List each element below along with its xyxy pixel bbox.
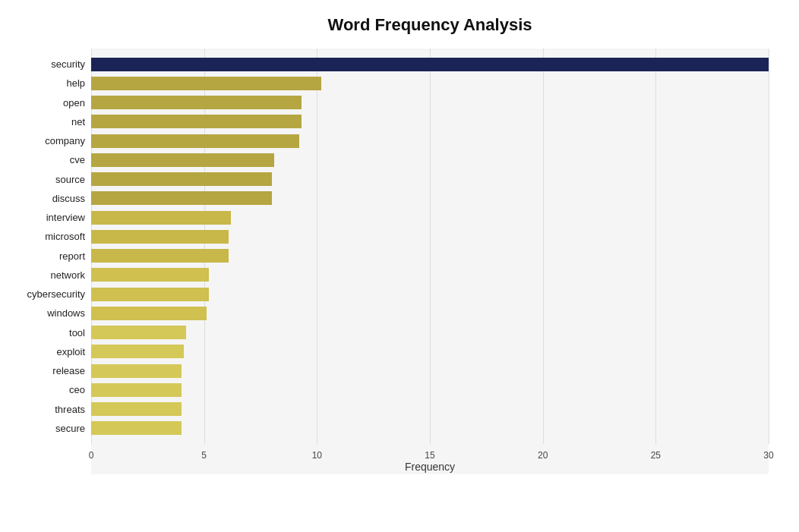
x-axis: 051015202530Frequency xyxy=(91,444,769,474)
bar-row: windows xyxy=(91,306,769,321)
x-tick-label: 5 xyxy=(201,450,207,461)
bar xyxy=(91,307,207,320)
bar xyxy=(91,96,302,109)
grid-line xyxy=(769,49,769,444)
bar xyxy=(91,58,769,71)
bar-label: cybersecurity xyxy=(2,288,85,300)
x-tick-label: 10 xyxy=(312,450,322,461)
bar xyxy=(91,364,182,378)
bar xyxy=(91,153,274,167)
bar xyxy=(91,326,186,339)
bar-row: help xyxy=(91,76,769,91)
bar-label: discuss xyxy=(2,193,85,204)
bar xyxy=(91,230,229,244)
chart-area: securityhelpopennetcompanycvesourcediscu… xyxy=(91,49,769,474)
x-tick-label: 25 xyxy=(651,450,661,461)
bars-wrapper: securityhelpopennetcompanycvesourcediscu… xyxy=(91,49,769,444)
bar-label: cve xyxy=(2,154,85,165)
bar xyxy=(91,115,302,128)
bar-row: security xyxy=(91,57,769,72)
bar-row: microsoft xyxy=(91,229,769,244)
bar-label: ceo xyxy=(2,384,85,395)
bar-label: security xyxy=(2,58,85,70)
bar-row: interview xyxy=(91,210,769,225)
bar xyxy=(91,172,272,186)
bar-row: network xyxy=(91,267,769,282)
bar xyxy=(91,383,182,397)
bar-label: exploit xyxy=(2,346,85,357)
bar-label: report xyxy=(2,250,85,262)
chart-title: Word Frequency Analysis xyxy=(91,15,769,35)
bar-label: company xyxy=(2,135,85,146)
bar-label: net xyxy=(2,116,85,127)
bar-row: report xyxy=(91,248,769,263)
bar-label: help xyxy=(2,77,85,89)
x-axis-label: Frequency xyxy=(405,461,455,473)
bar-row: source xyxy=(91,172,769,187)
bar xyxy=(91,268,209,282)
x-tick-label: 0 xyxy=(89,450,94,461)
bar xyxy=(91,191,272,205)
bar-row: discuss xyxy=(91,190,769,206)
bar-row: ceo xyxy=(91,382,769,398)
x-tick-label: 30 xyxy=(763,450,773,461)
bar-label: open xyxy=(2,97,85,109)
bar-label: source xyxy=(2,174,85,185)
bar-label: secure xyxy=(2,423,85,434)
bar-label: microsoft xyxy=(2,231,85,242)
bar xyxy=(91,421,182,435)
x-tick-label: 20 xyxy=(538,450,548,461)
bar xyxy=(91,77,321,90)
bar-row: open xyxy=(91,95,769,110)
bar-row: cybersecurity xyxy=(91,287,769,302)
x-tick-label: 15 xyxy=(425,450,434,461)
bar-label: interview xyxy=(2,212,85,223)
bar-row: exploit xyxy=(91,344,769,359)
bar-label: tool xyxy=(2,327,85,338)
bar xyxy=(91,345,184,358)
bar-row: release xyxy=(91,364,769,379)
chart-container: Word Frequency Analysis securityhelpopen… xyxy=(0,0,799,532)
bar xyxy=(91,402,182,416)
bar-label: threats xyxy=(2,404,85,415)
bar-label: network xyxy=(2,269,85,281)
bar-row: secure xyxy=(91,420,769,436)
bar-row: net xyxy=(91,114,769,129)
bar xyxy=(91,249,229,263)
bar xyxy=(91,134,299,148)
bar xyxy=(91,211,231,225)
bar-label: windows xyxy=(2,307,85,319)
bar-row: tool xyxy=(91,325,769,340)
bar-row: company xyxy=(91,134,769,149)
bar-row: cve xyxy=(91,153,769,168)
bar xyxy=(91,288,209,301)
bar-row: threats xyxy=(91,401,769,417)
bar-label: release xyxy=(2,365,85,376)
